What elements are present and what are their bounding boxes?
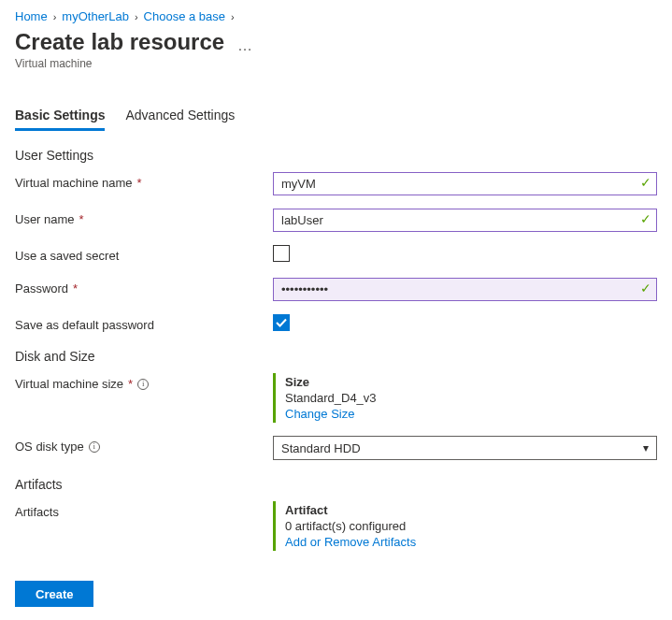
save-default-password-checkbox[interactable] — [273, 314, 290, 331]
info-icon[interactable]: i — [89, 441, 100, 453]
required-mark: * — [137, 176, 142, 190]
required-mark: * — [79, 212, 84, 226]
add-remove-artifacts-link[interactable]: Add or Remove Artifacts — [285, 535, 416, 549]
label-password: Password — [15, 281, 68, 296]
tab-basic-settings[interactable]: Basic Settings — [15, 108, 105, 131]
label-os-disk-type: OS disk type — [15, 440, 84, 454]
label-use-saved-secret: Use a saved secret — [15, 249, 119, 263]
vm-size-value: Standard_D4_v3 — [285, 391, 657, 405]
label-vm-name: Virtual machine name — [15, 176, 133, 190]
chevron-right-icon: › — [231, 11, 235, 22]
change-size-link[interactable]: Change Size — [285, 407, 354, 421]
artifacts-card-title: Artifact — [285, 503, 657, 517]
breadcrumb-home[interactable]: Home — [15, 9, 48, 23]
required-mark: * — [73, 281, 78, 296]
create-button[interactable]: Create — [15, 581, 93, 607]
breadcrumb-choose-base[interactable]: Choose a base — [144, 9, 225, 23]
vm-name-input[interactable] — [273, 172, 657, 195]
tabs: Basic Settings Advanced Settings — [15, 108, 657, 131]
page-subtitle: Virtual machine — [15, 57, 657, 70]
chevron-right-icon: › — [135, 11, 138, 22]
tab-advanced-settings[interactable]: Advanced Settings — [125, 108, 235, 131]
vm-size-card: Size Standard_D4_v3 Change Size — [273, 373, 657, 423]
chevron-right-icon: › — [53, 11, 57, 22]
use-saved-secret-checkbox[interactable] — [273, 245, 290, 262]
chevron-down-icon: ▾ — [643, 441, 649, 454]
label-save-default-password: Save as default password — [15, 318, 154, 332]
more-actions-icon[interactable]: … — [237, 31, 253, 54]
section-disk-and-size: Disk and Size — [15, 349, 657, 364]
breadcrumb: Home › myOtherLab › Choose a base › — [15, 9, 657, 23]
label-artifacts: Artifacts — [15, 505, 59, 519]
section-artifacts: Artifacts — [15, 477, 657, 492]
os-disk-type-value: Standard HDD — [281, 441, 361, 455]
section-user-settings: User Settings — [15, 148, 657, 163]
artifacts-count: 0 artifact(s) configured — [285, 519, 657, 533]
vm-size-card-title: Size — [285, 375, 657, 389]
password-input[interactable] — [273, 278, 657, 301]
label-user-name: User name — [15, 212, 75, 226]
info-icon[interactable]: i — [137, 379, 149, 390]
os-disk-type-select[interactable]: Standard HDD ▾ — [273, 436, 657, 460]
required-mark: * — [128, 377, 133, 391]
artifacts-card: Artifact 0 artifact(s) configured Add or… — [273, 501, 657, 551]
user-name-input[interactable] — [273, 209, 657, 232]
label-vm-size: Virtual machine size — [15, 377, 123, 391]
breadcrumb-lab[interactable]: myOtherLab — [62, 9, 129, 23]
page-title: Create lab resource — [15, 29, 224, 55]
